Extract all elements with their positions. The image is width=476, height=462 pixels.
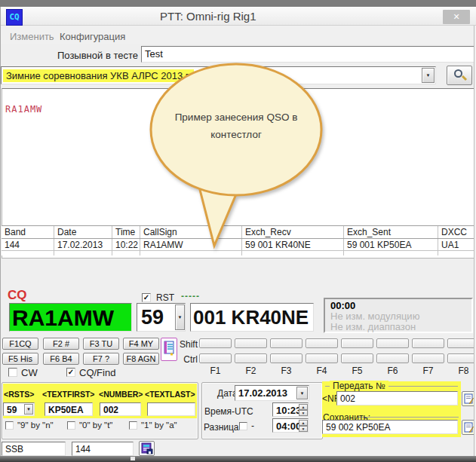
fkey-button-f2[interactable]: F2 # (43, 338, 79, 350)
cw-checkbox[interactable] (8, 368, 17, 377)
ctrl-macro-slot[interactable] (447, 353, 476, 363)
diff-checkbox[interactable] (239, 422, 247, 430)
app-icon: CQ (6, 9, 23, 26)
fkey-column-label: F8 (447, 366, 476, 376)
transmit-group-label: Передать № (330, 381, 388, 391)
shift-macro-slot[interactable] (376, 338, 409, 348)
bottom-edge-strip (0, 456, 476, 462)
column-header[interactable]: Band (2, 226, 54, 238)
rst-checkbox[interactable]: ✓ (142, 293, 151, 302)
fkey-column-label: F3 (270, 366, 302, 376)
callout-text: Пример занесения QSO в контестлог (160, 112, 312, 140)
contest-dropdown-button[interactable]: ▼ (422, 68, 435, 83)
floppy-save-icon (141, 442, 153, 454)
number-input[interactable]: 002 (100, 402, 141, 416)
mode-input[interactable]: SSB (2, 442, 66, 456)
save-log-button[interactable] (139, 441, 155, 456)
cell-date: 17.02.2013 (54, 239, 112, 250)
textlast-input[interactable] (147, 402, 195, 416)
menu-item-configuration[interactable]: Конфигурация (60, 31, 125, 42)
fkey-button-f7[interactable]: F7 ? (83, 353, 119, 365)
spin-up-icon[interactable]: ▲ (299, 404, 308, 410)
fkey-button-f5his[interactable]: F5 His (2, 353, 38, 365)
window-title: PTT: Omni-rig Rig1 (160, 10, 256, 23)
fkey-column-label: F7 (412, 366, 444, 376)
ctrl-macro-slot[interactable] (270, 353, 302, 363)
diff-spin-buttons[interactable]: ▲ ▼ (299, 420, 308, 431)
nr-input[interactable]: 002 (336, 391, 458, 405)
cqfind-checkbox[interactable]: ✓ (66, 368, 75, 377)
doc-pencil-icon (464, 422, 474, 433)
spin-down-icon[interactable]: ▼ (299, 426, 308, 432)
search-icon-handle (462, 75, 467, 81)
rst-dropdown-button[interactable]: ▼ (175, 304, 185, 330)
close-button[interactable]: ✕ (443, 10, 470, 24)
cqfind-label: CQ/Find (79, 367, 115, 378)
top-desktop-strip (0, 0, 476, 7)
spin-down-icon[interactable]: ▼ (299, 410, 308, 416)
macro-header-number: <NUMBER> (99, 390, 143, 399)
left-window-border (0, 7, 1, 456)
macro-header-textfirst: <TEXTFIRST> (42, 390, 94, 399)
doc-pencil-icon (464, 393, 474, 404)
ctrl-label: Ctrl (172, 354, 198, 365)
cell-band: 144 (2, 239, 54, 250)
spin-up-icon[interactable]: ▲ (299, 420, 308, 426)
fkey-button-f3tu[interactable]: F3 TU (83, 338, 119, 350)
rsts-dropdown-button[interactable]: ▼ (24, 404, 33, 415)
band-input[interactable]: 144 (72, 442, 134, 456)
textfirst-input[interactable]: KP50EA (45, 402, 93, 416)
shift-macro-slot[interactable] (235, 338, 267, 348)
fkey-column-label: F5 (341, 366, 373, 376)
shift-macro-slot[interactable] (270, 338, 302, 348)
shift-macro-slot[interactable] (412, 338, 444, 348)
diff-label: Разница (204, 422, 239, 433)
shift-macro-slot[interactable] (447, 338, 476, 348)
shift-macro-slot[interactable] (341, 338, 373, 348)
sub-9n-checkbox[interactable] (5, 421, 14, 430)
contest-search-button[interactable] (447, 66, 472, 85)
fkey-column-label: F6 (376, 366, 409, 376)
save-exchange-input[interactable]: 59 002 KP50EA (322, 420, 458, 434)
fkey-button-f1cq[interactable]: F1CQ (2, 338, 38, 350)
sub-1a-checkbox[interactable] (129, 421, 137, 430)
fkey-button-f4my[interactable]: F4 MY (123, 338, 159, 350)
exchange-input[interactable]: 001 KR40NE (190, 303, 314, 332)
time-spin-buttons[interactable]: ▲ ▼ (299, 404, 308, 415)
column-header[interactable]: DXCC (438, 226, 474, 238)
column-header[interactable]: Date (54, 226, 112, 238)
shift-macro-slot[interactable] (306, 338, 338, 348)
ctrl-macro-slot[interactable] (376, 353, 409, 363)
ctrl-macro-slot[interactable] (341, 353, 373, 363)
fkey-button-f8agn[interactable]: F8 AGN (123, 353, 159, 365)
sub-1a-label: "1" by "a" (141, 421, 177, 430)
ctrl-macro-slot[interactable] (199, 353, 232, 363)
cw-label: CW (21, 367, 38, 378)
macro-header-textlast: <TEXTLAST> (145, 390, 195, 399)
close-icon: ✕ (453, 12, 459, 21)
date-dropdown-button[interactable]: ▼ (296, 387, 308, 399)
fkey-column-label: F2 (235, 366, 267, 376)
callsign-input[interactable]: RA1AMW (9, 303, 132, 332)
status-line-modulation: Не изм. модуляцию (330, 311, 419, 322)
menu-item-edit[interactable]: Изменить (10, 31, 54, 42)
diff-dash-label: - (251, 421, 254, 431)
sub-0t-label: "0" by "t" (79, 421, 112, 430)
fkey-column-label: F4 (306, 366, 338, 376)
sub-0t-checkbox[interactable] (67, 421, 75, 430)
ctrl-macro-slot[interactable] (412, 353, 444, 363)
chevron-down-icon: ▼ (178, 315, 183, 320)
save-group-line (358, 417, 459, 418)
status-line-band: Не изм. диаппазон (330, 321, 416, 332)
ctrl-macro-slot[interactable] (306, 353, 338, 363)
timer-value: 00:00 (330, 300, 355, 311)
shift-macro-slot[interactable] (199, 338, 232, 348)
chevron-down-icon: ▼ (426, 73, 431, 78)
shift-label: Shift (172, 339, 198, 350)
fkey-column-label: F1 (199, 366, 232, 376)
rst-dashes: ----- (181, 291, 200, 301)
app-window: CQ PTT: Omni-rig Rig1 ✕ Изменить Конфигу… (0, 0, 476, 462)
fkey-button-f6b4[interactable]: F6 B4 (43, 353, 79, 365)
ctrl-macro-slot[interactable] (235, 353, 267, 363)
cq-label: CQ (8, 288, 27, 303)
